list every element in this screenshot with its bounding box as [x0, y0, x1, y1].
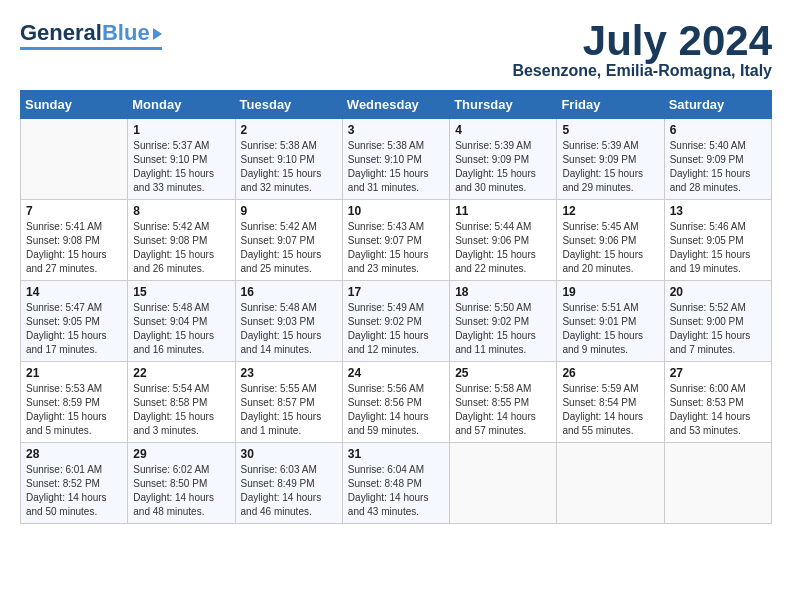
day-number: 11	[455, 204, 551, 218]
table-cell	[21, 119, 128, 200]
day-info: Sunrise: 5:59 AMSunset: 8:54 PMDaylight:…	[562, 382, 658, 438]
logo: General Blue	[20, 20, 162, 50]
day-info: Sunrise: 5:46 AMSunset: 9:05 PMDaylight:…	[670, 220, 766, 276]
table-cell: 18Sunrise: 5:50 AMSunset: 9:02 PMDayligh…	[450, 281, 557, 362]
day-number: 13	[670, 204, 766, 218]
day-info: Sunrise: 5:48 AMSunset: 9:04 PMDaylight:…	[133, 301, 229, 357]
table-cell: 25Sunrise: 5:58 AMSunset: 8:55 PMDayligh…	[450, 362, 557, 443]
table-cell: 19Sunrise: 5:51 AMSunset: 9:01 PMDayligh…	[557, 281, 664, 362]
logo-general: General	[20, 20, 102, 46]
week-row-4: 21Sunrise: 5:53 AMSunset: 8:59 PMDayligh…	[21, 362, 772, 443]
day-number: 22	[133, 366, 229, 380]
table-cell: 12Sunrise: 5:45 AMSunset: 9:06 PMDayligh…	[557, 200, 664, 281]
day-number: 12	[562, 204, 658, 218]
day-info: Sunrise: 5:38 AMSunset: 9:10 PMDaylight:…	[241, 139, 337, 195]
day-info: Sunrise: 6:01 AMSunset: 8:52 PMDaylight:…	[26, 463, 122, 519]
day-number: 21	[26, 366, 122, 380]
table-cell: 16Sunrise: 5:48 AMSunset: 9:03 PMDayligh…	[235, 281, 342, 362]
table-cell: 8Sunrise: 5:42 AMSunset: 9:08 PMDaylight…	[128, 200, 235, 281]
day-number: 5	[562, 123, 658, 137]
day-info: Sunrise: 5:38 AMSunset: 9:10 PMDaylight:…	[348, 139, 444, 195]
header-wednesday: Wednesday	[342, 91, 449, 119]
day-info: Sunrise: 5:37 AMSunset: 9:10 PMDaylight:…	[133, 139, 229, 195]
day-info: Sunrise: 5:42 AMSunset: 9:08 PMDaylight:…	[133, 220, 229, 276]
table-cell: 7Sunrise: 5:41 AMSunset: 9:08 PMDaylight…	[21, 200, 128, 281]
day-info: Sunrise: 5:58 AMSunset: 8:55 PMDaylight:…	[455, 382, 551, 438]
table-cell: 14Sunrise: 5:47 AMSunset: 9:05 PMDayligh…	[21, 281, 128, 362]
day-number: 26	[562, 366, 658, 380]
day-info: Sunrise: 5:39 AMSunset: 9:09 PMDaylight:…	[562, 139, 658, 195]
day-info: Sunrise: 5:51 AMSunset: 9:01 PMDaylight:…	[562, 301, 658, 357]
day-info: Sunrise: 6:04 AMSunset: 8:48 PMDaylight:…	[348, 463, 444, 519]
day-number: 25	[455, 366, 551, 380]
table-cell: 31Sunrise: 6:04 AMSunset: 8:48 PMDayligh…	[342, 443, 449, 524]
week-row-5: 28Sunrise: 6:01 AMSunset: 8:52 PMDayligh…	[21, 443, 772, 524]
day-number: 27	[670, 366, 766, 380]
day-info: Sunrise: 5:45 AMSunset: 9:06 PMDaylight:…	[562, 220, 658, 276]
day-info: Sunrise: 5:56 AMSunset: 8:56 PMDaylight:…	[348, 382, 444, 438]
header-tuesday: Tuesday	[235, 91, 342, 119]
week-row-3: 14Sunrise: 5:47 AMSunset: 9:05 PMDayligh…	[21, 281, 772, 362]
table-cell: 23Sunrise: 5:55 AMSunset: 8:57 PMDayligh…	[235, 362, 342, 443]
table-cell: 15Sunrise: 5:48 AMSunset: 9:04 PMDayligh…	[128, 281, 235, 362]
day-number: 6	[670, 123, 766, 137]
table-cell: 21Sunrise: 5:53 AMSunset: 8:59 PMDayligh…	[21, 362, 128, 443]
day-number: 20	[670, 285, 766, 299]
table-cell	[450, 443, 557, 524]
day-number: 3	[348, 123, 444, 137]
day-number: 15	[133, 285, 229, 299]
table-cell: 5Sunrise: 5:39 AMSunset: 9:09 PMDaylight…	[557, 119, 664, 200]
table-cell: 13Sunrise: 5:46 AMSunset: 9:05 PMDayligh…	[664, 200, 771, 281]
week-row-1: 1Sunrise: 5:37 AMSunset: 9:10 PMDaylight…	[21, 119, 772, 200]
day-number: 29	[133, 447, 229, 461]
table-cell: 6Sunrise: 5:40 AMSunset: 9:09 PMDaylight…	[664, 119, 771, 200]
location-subtitle: Besenzone, Emilia-Romagna, Italy	[512, 62, 772, 80]
day-number: 30	[241, 447, 337, 461]
day-info: Sunrise: 6:03 AMSunset: 8:49 PMDaylight:…	[241, 463, 337, 519]
day-info: Sunrise: 5:47 AMSunset: 9:05 PMDaylight:…	[26, 301, 122, 357]
day-info: Sunrise: 6:02 AMSunset: 8:50 PMDaylight:…	[133, 463, 229, 519]
day-number: 1	[133, 123, 229, 137]
table-cell: 4Sunrise: 5:39 AMSunset: 9:09 PMDaylight…	[450, 119, 557, 200]
header-thursday: Thursday	[450, 91, 557, 119]
header-saturday: Saturday	[664, 91, 771, 119]
day-number: 14	[26, 285, 122, 299]
calendar-table: Sunday Monday Tuesday Wednesday Thursday…	[20, 90, 772, 524]
day-number: 18	[455, 285, 551, 299]
header: General Blue July 2024 Besenzone, Emilia…	[20, 20, 772, 80]
day-info: Sunrise: 5:54 AMSunset: 8:58 PMDaylight:…	[133, 382, 229, 438]
day-number: 23	[241, 366, 337, 380]
table-cell: 3Sunrise: 5:38 AMSunset: 9:10 PMDaylight…	[342, 119, 449, 200]
week-row-2: 7Sunrise: 5:41 AMSunset: 9:08 PMDaylight…	[21, 200, 772, 281]
day-number: 24	[348, 366, 444, 380]
day-info: Sunrise: 5:52 AMSunset: 9:00 PMDaylight:…	[670, 301, 766, 357]
day-number: 10	[348, 204, 444, 218]
day-info: Sunrise: 5:50 AMSunset: 9:02 PMDaylight:…	[455, 301, 551, 357]
table-cell	[664, 443, 771, 524]
table-cell: 20Sunrise: 5:52 AMSunset: 9:00 PMDayligh…	[664, 281, 771, 362]
table-cell: 26Sunrise: 5:59 AMSunset: 8:54 PMDayligh…	[557, 362, 664, 443]
day-info: Sunrise: 5:44 AMSunset: 9:06 PMDaylight:…	[455, 220, 551, 276]
table-cell: 27Sunrise: 6:00 AMSunset: 8:53 PMDayligh…	[664, 362, 771, 443]
day-info: Sunrise: 5:53 AMSunset: 8:59 PMDaylight:…	[26, 382, 122, 438]
day-number: 17	[348, 285, 444, 299]
day-number: 31	[348, 447, 444, 461]
day-number: 19	[562, 285, 658, 299]
table-cell: 10Sunrise: 5:43 AMSunset: 9:07 PMDayligh…	[342, 200, 449, 281]
table-cell: 9Sunrise: 5:42 AMSunset: 9:07 PMDaylight…	[235, 200, 342, 281]
day-number: 2	[241, 123, 337, 137]
day-info: Sunrise: 5:39 AMSunset: 9:09 PMDaylight:…	[455, 139, 551, 195]
table-cell: 1Sunrise: 5:37 AMSunset: 9:10 PMDaylight…	[128, 119, 235, 200]
header-sunday: Sunday	[21, 91, 128, 119]
table-cell: 29Sunrise: 6:02 AMSunset: 8:50 PMDayligh…	[128, 443, 235, 524]
day-number: 16	[241, 285, 337, 299]
table-cell: 22Sunrise: 5:54 AMSunset: 8:58 PMDayligh…	[128, 362, 235, 443]
table-cell: 28Sunrise: 6:01 AMSunset: 8:52 PMDayligh…	[21, 443, 128, 524]
table-cell: 24Sunrise: 5:56 AMSunset: 8:56 PMDayligh…	[342, 362, 449, 443]
day-info: Sunrise: 5:40 AMSunset: 9:09 PMDaylight:…	[670, 139, 766, 195]
table-cell: 11Sunrise: 5:44 AMSunset: 9:06 PMDayligh…	[450, 200, 557, 281]
table-cell: 2Sunrise: 5:38 AMSunset: 9:10 PMDaylight…	[235, 119, 342, 200]
month-year-title: July 2024	[512, 20, 772, 62]
day-number: 9	[241, 204, 337, 218]
logo-triangle-icon	[153, 28, 162, 40]
